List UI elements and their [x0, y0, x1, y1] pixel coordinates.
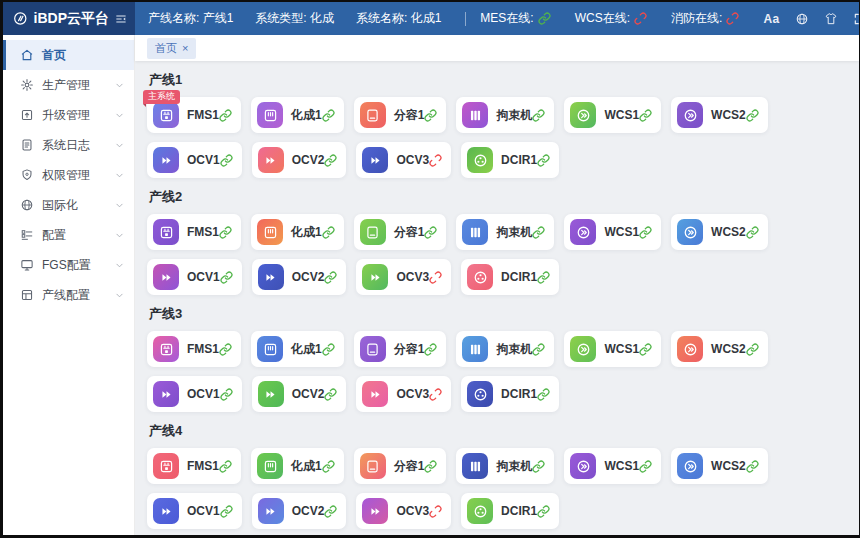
- ocv-icon: [153, 147, 179, 173]
- sidebar-item-line-config[interactable]: 产线配置: [3, 280, 134, 310]
- header-info-item: 系统类型: 化成: [255, 10, 334, 27]
- language-icon[interactable]: [795, 12, 809, 26]
- system-card-ocv2[interactable]: OCV2: [252, 259, 347, 295]
- system-card-huacheng1[interactable]: 化成1: [251, 214, 344, 250]
- link-online-icon: [219, 226, 232, 239]
- sidebar-item-upgrade[interactable]: 升级管理: [3, 100, 134, 130]
- tab-close-icon[interactable]: ×: [182, 43, 188, 54]
- system-card-ocv3[interactable]: OCV3: [356, 376, 451, 412]
- link-online-icon: [220, 505, 233, 518]
- link-online-icon: [322, 226, 335, 239]
- ocv-icon: [362, 147, 388, 173]
- system-card-jushuji[interactable]: 拘束机: [456, 331, 554, 367]
- system-card-fenrong1[interactable]: 分容1: [354, 448, 447, 484]
- section-title: 产线3: [149, 305, 847, 323]
- sidebar-item-fgs-config[interactable]: FGS配置: [3, 250, 134, 280]
- wcs-icon: [677, 219, 703, 245]
- system-card-ocv3[interactable]: OCV3: [356, 259, 451, 295]
- system-card-ocv3[interactable]: OCV3: [356, 142, 451, 178]
- font-size-icon[interactable]: Aa: [763, 12, 779, 26]
- sidebar-item-production[interactable]: 生产管理: [3, 70, 134, 100]
- chevron-down-icon: [115, 141, 124, 150]
- link-online-icon: [532, 460, 545, 473]
- system-card-fms1[interactable]: 主系统FMS1: [147, 97, 241, 133]
- system-card-fms1[interactable]: FMS1: [147, 448, 241, 484]
- sidebar-item-config[interactable]: 配置: [3, 220, 134, 250]
- system-card-dcir1[interactable]: DCIR1: [461, 259, 559, 295]
- system-card-wcs1[interactable]: WCS1: [564, 97, 661, 133]
- system-card-ocv1[interactable]: OCV1: [147, 142, 242, 178]
- link-online-icon: [219, 109, 232, 122]
- ocv-icon: [258, 147, 284, 173]
- system-card-dcir1[interactable]: DCIR1: [461, 376, 559, 412]
- link-online-icon: [537, 271, 550, 284]
- system-card-ocv2[interactable]: OCV2: [252, 376, 347, 412]
- system-card-wcs1[interactable]: WCS1: [564, 214, 661, 250]
- section-title: 产线1: [149, 71, 847, 89]
- system-card-fenrong1[interactable]: 分容1: [354, 331, 447, 367]
- link-online-icon: [532, 343, 545, 356]
- system-card-ocv2[interactable]: OCV2: [252, 493, 347, 529]
- tab-bar: 首页 ×: [135, 35, 859, 61]
- card-label: 拘束机: [496, 341, 532, 358]
- card-label: OCV2: [292, 153, 325, 167]
- header-info-item: 系统名称: 化成1: [356, 10, 441, 27]
- system-card-fms1[interactable]: FMS1: [147, 214, 241, 250]
- system-card-jushuji[interactable]: 拘束机: [456, 97, 554, 133]
- link-online-icon: [220, 271, 233, 284]
- system-card-ocv1[interactable]: OCV1: [147, 376, 242, 412]
- link-online-icon: [639, 226, 652, 239]
- card-label: 化成1: [291, 458, 322, 475]
- system-card-wcs1[interactable]: WCS1: [564, 331, 661, 367]
- card-label: WCS1: [604, 342, 639, 356]
- sidebar-item-logs[interactable]: 系统日志: [3, 130, 134, 160]
- wcs-icon: [677, 336, 703, 362]
- system-card-wcs2[interactable]: WCS2: [671, 214, 768, 250]
- system-card-ocv1[interactable]: OCV1: [147, 493, 242, 529]
- system-card-jushuji[interactable]: 拘束机: [456, 214, 554, 250]
- card-label: 分容1: [394, 341, 425, 358]
- system-card-ocv3[interactable]: OCV3: [356, 493, 451, 529]
- system-card-wcs2[interactable]: WCS2: [671, 331, 768, 367]
- chevron-down-icon: [115, 81, 124, 90]
- app-window: iBDP云平台 产线名称: 产线1系统类型: 化成系统名称: 化成1 MES在线…: [3, 2, 859, 535]
- link-online-icon: [532, 226, 545, 239]
- ocv-icon: [258, 381, 284, 407]
- header-main: 产线名称: 产线1系统类型: 化成系统名称: 化成1 MES在线:WCS在线:消…: [135, 2, 859, 35]
- sidebar-item-label: 国际化: [42, 197, 115, 214]
- sidebar-item-i18n[interactable]: 国际化: [3, 190, 134, 220]
- line-section: 产线4FMS1化成1分容1拘束机WCS1WCS2OCV1OCV2OCV3DCIR…: [147, 422, 847, 529]
- system-card-huacheng1[interactable]: 化成1: [251, 97, 344, 133]
- link-online-icon: [639, 343, 652, 356]
- system-card-jushuji[interactable]: 拘束机: [456, 448, 554, 484]
- header-info-item: 产线名称: 产线1: [148, 10, 233, 27]
- system-card-huacheng1[interactable]: 化成1: [251, 331, 344, 367]
- card-label: 拘束机: [496, 107, 532, 124]
- fullscreen-icon[interactable]: [853, 12, 859, 26]
- card-label: WCS2: [711, 108, 746, 122]
- theme-icon[interactable]: [824, 12, 838, 26]
- system-card-fenrong1[interactable]: 分容1: [354, 214, 447, 250]
- system-card-fenrong1[interactable]: 分容1: [354, 97, 447, 133]
- system-card-dcir1[interactable]: DCIR1: [461, 142, 559, 178]
- card-label: OCV1: [187, 387, 220, 401]
- link-online-icon: [532, 109, 545, 122]
- sidebar-item-home[interactable]: 首页: [3, 40, 134, 70]
- wcs-icon: [570, 102, 596, 128]
- system-card-wcs2[interactable]: WCS2: [671, 448, 768, 484]
- system-card-fms1[interactable]: FMS1: [147, 331, 241, 367]
- system-card-ocv2[interactable]: OCV2: [252, 142, 347, 178]
- system-card-wcs2[interactable]: WCS2: [671, 97, 768, 133]
- card-label: OCV3: [396, 387, 429, 401]
- link-online-icon: [324, 154, 337, 167]
- system-card-huacheng1[interactable]: 化成1: [251, 448, 344, 484]
- sidebar-item-permissions[interactable]: 权限管理: [3, 160, 134, 190]
- system-card-ocv1[interactable]: OCV1: [147, 259, 242, 295]
- menu-fold-icon[interactable]: [115, 12, 127, 26]
- wcs-icon: [570, 336, 596, 362]
- tab-home[interactable]: 首页 ×: [147, 38, 196, 59]
- sidebar-item-label: 配置: [42, 227, 115, 244]
- system-card-wcs1[interactable]: WCS1: [564, 448, 661, 484]
- system-card-dcir1[interactable]: DCIR1: [461, 493, 559, 529]
- ocv-icon: [153, 264, 179, 290]
